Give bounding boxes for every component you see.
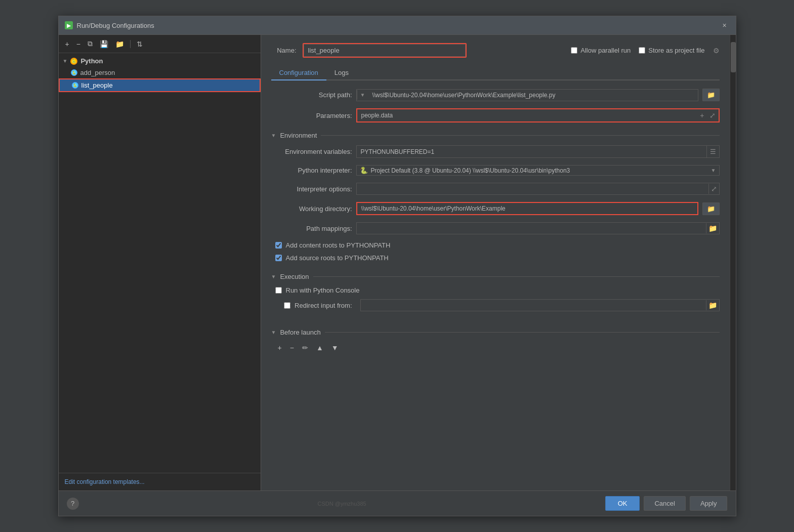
add-person-label: add_person bbox=[80, 69, 115, 76]
redirect-input-field[interactable] bbox=[361, 300, 706, 311]
script-path-input-wrapper: ▼ bbox=[356, 89, 698, 101]
execution-section-label: Execution bbox=[280, 273, 309, 280]
python-group-item[interactable]: ▼ 🐍 Python bbox=[59, 55, 261, 67]
store-as-project-label: Store as project file bbox=[648, 47, 704, 54]
script-path-folder-btn[interactable]: 📁 bbox=[702, 89, 720, 101]
cancel-button[interactable]: Cancel bbox=[644, 496, 685, 511]
list-people-item[interactable]: 🐍 list_people bbox=[59, 78, 261, 92]
working-dir-folder-btn[interactable]: 📁 bbox=[702, 202, 720, 215]
redirect-input-folder-btn[interactable]: 📁 bbox=[706, 300, 719, 310]
copy-config-button[interactable]: ⧉ bbox=[85, 38, 95, 50]
before-launch-edit-btn[interactable]: ✏ bbox=[300, 342, 311, 353]
run-with-console-checkbox[interactable] bbox=[275, 287, 282, 294]
script-path-dropdown-btn[interactable]: ▼ bbox=[357, 90, 368, 100]
save-config-button[interactable]: 💾 bbox=[97, 38, 111, 50]
sort-config-button[interactable]: ⇅ bbox=[134, 38, 145, 50]
list-people-icon: 🐍 bbox=[72, 82, 78, 89]
add-content-roots-row: Add content roots to PYTHONPATH bbox=[271, 241, 720, 249]
help-button[interactable]: ? bbox=[67, 498, 79, 510]
script-path-label: Script path: bbox=[271, 91, 352, 99]
before-launch-add-btn[interactable]: + bbox=[275, 342, 284, 353]
edit-config-templates-link[interactable]: Edit configuration templates... bbox=[59, 473, 261, 490]
name-input[interactable] bbox=[304, 44, 466, 57]
right-panel: Name: Allow parallel run Store as projec… bbox=[261, 35, 730, 490]
apply-button[interactable]: Apply bbox=[690, 496, 728, 511]
working-dir-wrapper bbox=[356, 202, 698, 215]
path-mappings-row: Path mappings: 📁 bbox=[271, 222, 720, 234]
allow-parallel-checkbox-item: Allow parallel run bbox=[571, 47, 631, 54]
folder-config-button[interactable]: 📁 bbox=[113, 38, 127, 50]
allow-parallel-checkbox[interactable] bbox=[571, 47, 577, 54]
env-variables-row: Environment variables: ☰ bbox=[271, 145, 720, 158]
interpreter-options-expand-btn[interactable]: ⤢ bbox=[708, 184, 719, 194]
add-content-roots-checkbox[interactable] bbox=[275, 242, 282, 249]
add-source-roots-checkbox[interactable] bbox=[275, 255, 282, 261]
path-mappings-folder-btn[interactable]: 📁 bbox=[706, 223, 719, 233]
dialog-title: Run/Debug Configurations bbox=[77, 22, 154, 29]
scrollbar-thumb[interactable] bbox=[731, 42, 736, 72]
run-with-console-label: Run with Python Console bbox=[286, 287, 360, 294]
params-actions: + ⤢ bbox=[697, 109, 718, 121]
execution-section-line bbox=[313, 276, 720, 277]
redirect-input-checkbox[interactable] bbox=[284, 302, 290, 309]
interpreter-options-input[interactable] bbox=[357, 183, 708, 194]
list-people-label: list_people bbox=[81, 81, 113, 89]
add-person-icon: 🐍 bbox=[71, 69, 77, 76]
add-person-item[interactable]: 🐍 add_person bbox=[59, 67, 261, 78]
working-directory-input[interactable] bbox=[357, 203, 697, 214]
before-launch-remove-btn[interactable]: − bbox=[287, 342, 297, 353]
title-bar-left: ▶ Run/Debug Configurations bbox=[65, 21, 154, 29]
dialog-body: + − ⧉ 💾 📁 ⇅ ▼ 🐍 Python 🐍 add_person bbox=[59, 35, 736, 490]
store-as-project-checkbox-item: Store as project file bbox=[639, 47, 704, 54]
add-content-roots-label: Add content roots to PYTHONPATH bbox=[286, 241, 391, 249]
name-input-wrapper bbox=[303, 43, 467, 58]
remove-config-button[interactable]: − bbox=[74, 38, 83, 50]
store-as-project-checkbox[interactable] bbox=[639, 47, 645, 54]
run-with-console-row: Run with Python Console bbox=[271, 287, 720, 294]
parameters-input[interactable] bbox=[357, 110, 697, 121]
params-expand-btn[interactable]: ⤢ bbox=[707, 110, 718, 120]
before-launch-section-label: Before launch bbox=[280, 329, 320, 336]
app-icon: ▶ bbox=[65, 21, 73, 29]
toolbar-separator bbox=[130, 40, 131, 48]
parameters-label: Parameters: bbox=[271, 112, 352, 119]
add-config-button[interactable]: + bbox=[63, 38, 72, 50]
path-mappings-input[interactable] bbox=[357, 223, 706, 234]
watermark: CSDN @ymzhu385 bbox=[318, 501, 366, 507]
execution-chevron-icon[interactable]: ▼ bbox=[271, 274, 276, 279]
before-launch-up-btn[interactable]: ▲ bbox=[314, 342, 326, 353]
interpreter-select-wrapper: 🐍 Project Default (3.8 @ Ubuntu-20.04) \… bbox=[356, 165, 720, 176]
params-input-wrapper: + ⤢ bbox=[356, 108, 720, 122]
env-edit-btn[interactable]: ☰ bbox=[706, 146, 719, 157]
env-variables-input[interactable] bbox=[357, 146, 706, 157]
redirect-input-row: Redirect input from: 📁 bbox=[271, 299, 720, 311]
config-toolbar: + − ⧉ 💾 📁 ⇅ bbox=[59, 35, 261, 53]
execution-section-header: ▼ Execution bbox=[271, 273, 720, 280]
python-interpreter-row: Python interpreter: 🐍 Project Default (3… bbox=[271, 165, 720, 176]
environment-section-line bbox=[321, 135, 719, 136]
ok-button[interactable]: OK bbox=[605, 496, 640, 511]
working-directory-label: Working directory: bbox=[271, 205, 352, 213]
params-add-btn[interactable]: + bbox=[698, 110, 706, 120]
redirect-input-label: Redirect input from: bbox=[295, 302, 352, 309]
interpreter-icon: 🐍 bbox=[360, 167, 368, 174]
interpreter-value: Project Default (3.8 @ Ubuntu-20.04) \\w… bbox=[371, 167, 708, 174]
checkboxes-row: Allow parallel run Store as project file… bbox=[571, 47, 719, 55]
before-launch-down-btn[interactable]: ▼ bbox=[329, 342, 341, 353]
python-group-chevron: ▼ bbox=[63, 58, 68, 64]
environment-chevron-icon[interactable]: ▼ bbox=[271, 133, 276, 138]
env-variables-input-wrapper: ☰ bbox=[356, 145, 720, 158]
before-launch-chevron-icon[interactable]: ▼ bbox=[271, 330, 276, 335]
run-debug-dialog: ▶ Run/Debug Configurations × + − ⧉ 💾 📁 ⇅… bbox=[58, 16, 736, 516]
config-tree: ▼ 🐍 Python 🐍 add_person 🐍 list_people bbox=[59, 53, 261, 473]
env-variables-label: Environment variables: bbox=[271, 148, 352, 155]
configuration-tab[interactable]: Configuration bbox=[271, 66, 326, 80]
gear-icon[interactable]: ⚙ bbox=[713, 47, 720, 55]
script-path-input[interactable] bbox=[368, 90, 697, 101]
close-button[interactable]: × bbox=[720, 20, 730, 30]
before-launch-toolbar: + − ✏ ▲ ▼ bbox=[271, 342, 720, 353]
add-source-roots-row: Add source roots to PYTHONPATH bbox=[271, 254, 720, 262]
python-interpreter-label: Python interpreter: bbox=[271, 167, 352, 174]
logs-tab[interactable]: Logs bbox=[326, 66, 357, 80]
left-panel: + − ⧉ 💾 📁 ⇅ ▼ 🐍 Python 🐍 add_person bbox=[59, 35, 261, 490]
